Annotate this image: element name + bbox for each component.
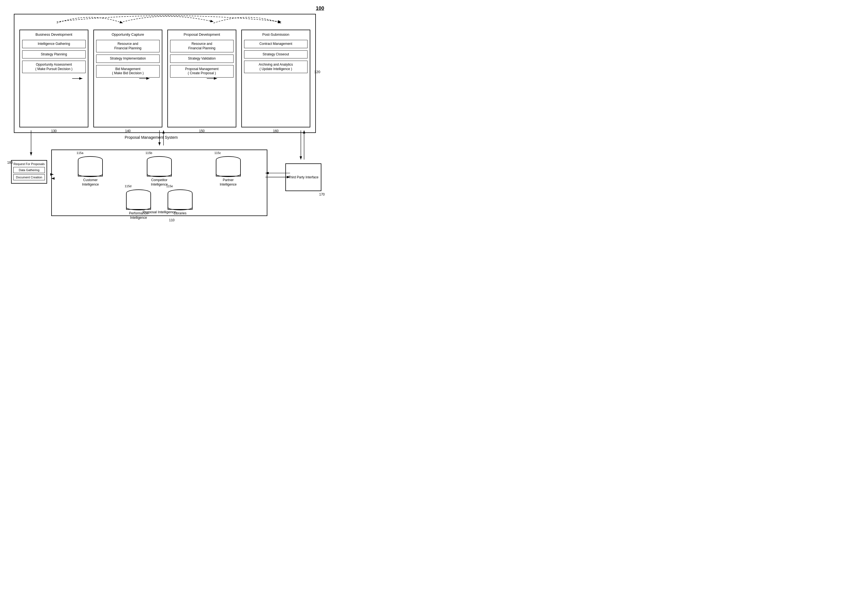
phase-box-pd: Proposal Development Resource andFinanci…: [167, 29, 236, 127]
phase-title-oc: Opportunity Capture: [96, 32, 159, 37]
figure-number: 100: [316, 6, 324, 11]
phase-item-oc-1: Resource andFinancial Planning: [96, 40, 159, 52]
phase-item-pd-2: Strategy Validation: [170, 55, 233, 63]
ref-180: 180: [7, 161, 13, 165]
cylinder-libraries-shape: [168, 189, 193, 210]
ref-115a: 115a: [77, 151, 83, 155]
cylinder-performance-shape: [126, 189, 151, 210]
phase-box-bd: Business Development Intelligence Gather…: [19, 29, 89, 127]
cylinder-performance: 115d PerformanceIntelligence: [126, 189, 151, 220]
phase-title-bd: Business Development: [22, 32, 86, 37]
main-box: 120 Business Development Intelligence Ga…: [14, 14, 316, 133]
rfp-item-2: Document Creation: [13, 174, 45, 180]
phase-item-pd-3: Proposal Management( Create Proposal ): [170, 65, 233, 78]
phase-item-oc-2: Strategy Implementation: [96, 55, 159, 63]
main-box-label: Proposal Management System: [125, 135, 177, 140]
phase-item-ps-2: Strategy Closeout: [244, 50, 307, 59]
ref-115d: 115d: [125, 184, 131, 188]
phase-item-oc-3: Bid Management( Make Bid Decision ): [96, 65, 159, 78]
phase-item-bd-1: Intelligence Gathering: [22, 40, 86, 48]
cylinder-competitor: 115b CompetitorIntelligence: [147, 156, 172, 187]
phase-ref-ps: 160: [273, 129, 278, 133]
ref-115e: 115e: [166, 184, 173, 188]
cylinder-competitor-label: CompetitorIntelligence: [151, 178, 168, 187]
cylinder-customer-shape: [78, 156, 103, 177]
rfp-title: Request For Proposals: [13, 162, 45, 166]
phase-ref-oc: 140: [125, 129, 130, 133]
cylinder-competitor-shape: [147, 156, 172, 177]
phase-item-ps-1: Contract Management: [244, 40, 307, 48]
phases-container: Business Development Intelligence Gather…: [15, 15, 315, 133]
ref-110: 110: [169, 218, 174, 222]
phase-item-bd-3: Opportunity Assessment( Make Pursuit Dec…: [22, 60, 86, 73]
phase-item-pd-1: Resource andFinancial Planning: [170, 40, 233, 52]
cylinder-libraries: 115e Libraries: [168, 189, 193, 220]
ref-170: 170: [319, 193, 325, 196]
cylinder-partner-shape: [216, 156, 241, 177]
intel-inner-label: Proposal Intelligence: [143, 210, 176, 214]
diagram-wrapper: 100 120 Business Development Intelligenc…: [6, 6, 327, 227]
phase-title-ps: Post-Submission: [244, 32, 307, 37]
intel-outer-box: 115a CustomerIntelligence 115b Competito…: [51, 150, 267, 216]
ref-120: 120: [314, 70, 320, 74]
ref-115c: 115c: [214, 151, 221, 155]
phase-box-oc: Opportunity Capture Resource andFinancia…: [93, 29, 162, 127]
tpi-label: Third Party Interface: [288, 175, 319, 180]
ref-115b: 115b: [145, 151, 152, 155]
phase-title-pd: Proposal Development: [170, 32, 233, 37]
phase-box-ps: Post-Submission Contract Management Stra…: [241, 29, 310, 127]
phase-item-bd-2: Strategy Planning: [22, 50, 86, 59]
phase-ref-pd: 150: [199, 129, 204, 133]
rfp-box: Request For Proposals Data Gathering Doc…: [11, 160, 47, 184]
cylinder-customer-label: CustomerIntelligence: [82, 178, 99, 187]
cylinder-partner: 115c PartnerIntelligence: [216, 156, 241, 187]
tpi-box: Third Party Interface: [285, 164, 321, 191]
phase-ref-bd: 130: [51, 129, 56, 133]
rfp-item-1: Data Gathering: [13, 167, 45, 173]
phase-item-ps-3: Archiving and Analytics( Update Intellig…: [244, 60, 307, 73]
cylinder-customer: 115a CustomerIntelligence: [78, 156, 103, 187]
cylinder-partner-label: PartnerIntelligence: [220, 178, 236, 187]
